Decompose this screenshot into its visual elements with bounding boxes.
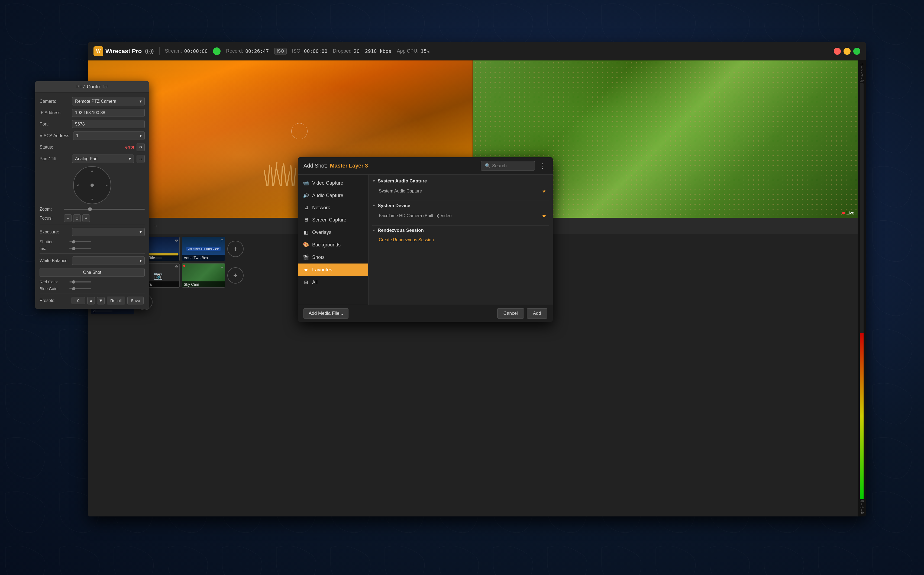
ptz-preset-down[interactable]: ▼: [97, 297, 105, 305]
audio-capture-icon: 🔊: [303, 192, 309, 199]
ptz-focus-box[interactable]: □: [73, 214, 81, 222]
ptz-body: Camera: Remote PTZ Camera ▾ IP Address: …: [35, 93, 149, 309]
item-system-audio-capture[interactable]: System Audio Capture ★: [372, 186, 549, 196]
ptz-exposure-select[interactable]: ▾: [72, 228, 145, 236]
ptz-arrow-down: ▼: [90, 198, 94, 202]
ptz-arrow-up: ▲: [90, 169, 94, 173]
ptz-wb-label: White Balance:: [40, 258, 70, 263]
chevron-down-icon: ▾: [129, 156, 131, 161]
live-label: Live: [842, 211, 854, 216]
ptz-ip-input[interactable]: 192.168.100.88: [72, 109, 145, 117]
shot-gear-icon[interactable]: ⚙: [220, 265, 224, 269]
close-button[interactable]: [834, 48, 841, 55]
favorites-icon: ★: [303, 267, 309, 273]
sidebar-item-audio-capture[interactable]: 🔊 Audio Capture: [298, 189, 368, 202]
sidebar-item-screen-capture[interactable]: 🖥 Screen Capture: [298, 214, 368, 226]
shot-gear-icon[interactable]: ⚙: [175, 238, 178, 242]
network-icon: 🖥: [303, 205, 309, 211]
ptz-zoom-slider[interactable]: [64, 209, 145, 210]
group-arrow: ▼: [372, 204, 376, 208]
ptz-presets-input[interactable]: 0: [71, 297, 85, 304]
cancel-button[interactable]: Cancel: [497, 308, 524, 319]
group-arrow: ▼: [372, 229, 376, 232]
shot-gear-icon[interactable]: ⚙: [220, 238, 224, 242]
ptz-joystick[interactable]: ▲ ▼ ◄ ►: [73, 166, 111, 204]
ptz-shutter-row: Shutter:: [40, 239, 145, 244]
ptz-refresh-button[interactable]: ↻: [136, 143, 145, 151]
ptz-blue-gain-label: Blue Gain:: [40, 286, 70, 291]
add-button[interactable]: Add: [527, 308, 547, 319]
ptz-focus-minus[interactable]: −: [64, 214, 71, 222]
sidebar-item-shots[interactable]: 🎬 Shots: [298, 251, 368, 264]
ptz-wb-select[interactable]: ▾: [72, 256, 145, 265]
ptz-focus-plus[interactable]: +: [82, 214, 90, 222]
ptz-title-bar: PTZ Controller: [35, 81, 149, 93]
maximize-button[interactable]: [853, 48, 860, 55]
shot-aqua-twobox[interactable]: Live from the People's March Aqua Two Bo…: [182, 237, 225, 261]
app-name: Wirecast Pro: [105, 48, 142, 55]
ptz-red-gain-slider[interactable]: [70, 281, 91, 283]
ptz-recall-button[interactable]: Recall: [107, 297, 125, 305]
wifi-icon: ((·)): [145, 48, 154, 54]
add-media-file-button[interactable]: Add Media File...: [303, 308, 349, 319]
ptz-save-button[interactable]: Save: [127, 297, 144, 305]
sidebar-item-all[interactable]: ⊞ All: [298, 276, 368, 288]
chevron-down-icon: ▾: [139, 229, 142, 235]
ptz-title: PTZ Controller: [76, 84, 108, 90]
ptz-joystick-dot: [90, 184, 94, 187]
overlays-icon: ◧: [303, 229, 309, 235]
ptz-zoom-row: Zoom:: [40, 207, 145, 212]
chevron-down-icon: ▾: [139, 98, 142, 104]
dialog-more-button[interactable]: ⋮: [537, 162, 547, 170]
dialog-footer: Add Media File... Cancel Add: [298, 305, 553, 322]
ptz-shutter-thumb: [72, 240, 75, 243]
ptz-preset-up[interactable]: ▲: [87, 297, 95, 305]
ptz-ip-row: IP Address: 192.168.100.88: [40, 109, 145, 117]
ptz-port-input[interactable]: 5678: [72, 120, 145, 128]
ptz-arrow-left: ◄: [76, 183, 79, 187]
add-shot-button-row2[interactable]: +: [227, 267, 244, 284]
star-facetime[interactable]: ★: [542, 213, 546, 219]
ptz-panel: PTZ Controller Camera: Remote PTZ Camera…: [35, 81, 149, 309]
ptz-red-gain-label: Red Gain:: [40, 280, 70, 284]
sidebar-item-network[interactable]: 🖥 Network: [298, 202, 368, 214]
ptz-camera-select[interactable]: Remote PTZ Camera ▾: [72, 97, 145, 105]
item-create-rendezvous[interactable]: Create Rendezvous Session: [372, 235, 549, 245]
ptz-iris-slider[interactable]: [70, 248, 91, 249]
star-system-audio[interactable]: ★: [542, 188, 546, 194]
dialog-layer-name: Master Layer 3: [330, 163, 368, 169]
ptz-home-button[interactable]: ⌂: [136, 155, 145, 163]
ptz-red-gain-thumb: [72, 280, 75, 284]
ptz-blue-gain-thumb: [72, 287, 75, 290]
sidebar-item-overlays[interactable]: ◧ Overlays: [298, 226, 368, 238]
one-shot-container: One Shot: [40, 268, 145, 277]
section-sep-3: [40, 294, 145, 294]
ptz-presets-row: Presets: 0 ▲ ▼ Recall Save: [40, 297, 145, 305]
shot-sky-cam[interactable]: Sky Cam ⚙: [182, 263, 225, 288]
ptz-iris-thumb: [72, 247, 75, 250]
ptz-blue-gain-slider[interactable]: [70, 288, 91, 289]
ptz-shutter-slider[interactable]: [70, 241, 91, 242]
iso-stat: ISO: 00:00:00: [292, 48, 328, 54]
ptz-joystick-area: ▲ ▼ ◄ ►: [40, 166, 145, 204]
ptz-pan-tilt-select[interactable]: Analog Pad ▾: [72, 154, 134, 163]
shot-gear-icon[interactable]: ⚙: [175, 265, 178, 269]
dialog-search[interactable]: 🔍 Search: [481, 161, 535, 170]
sidebar-item-favorites[interactable]: ★ Favorites: [298, 264, 368, 276]
group-header-rendezvous: ▼ Rendezvous Session: [372, 228, 549, 233]
ptz-visca-select[interactable]: 1 ▾: [73, 132, 145, 140]
all-icon: ⊞: [303, 279, 309, 285]
dialog-body: 📹 Video Capture 🔊 Audio Capture 🖥 Networ…: [298, 175, 553, 305]
group-system-audio-capture: ▼ System Audio Capture System Audio Capt…: [372, 178, 549, 196]
minimize-button[interactable]: [843, 48, 851, 55]
ptz-zoom-label: Zoom:: [40, 207, 61, 212]
sidebar-item-backgrounds[interactable]: 🎨 Backgrounds: [298, 238, 368, 251]
one-shot-button[interactable]: One Shot: [40, 268, 145, 277]
add-shot-button-row1[interactable]: +: [227, 241, 244, 257]
ptz-status-value: error: [125, 145, 135, 150]
sidebar-item-video-capture[interactable]: 📹 Video Capture: [298, 177, 368, 189]
item-facetime-camera[interactable]: FaceTime HD Camera (Built-in) Video ★: [372, 211, 549, 221]
dialog-header: Add Shot: Master Layer 3 🔍 Search ⋮: [298, 157, 553, 175]
section-sep: [40, 225, 145, 225]
video-capture-icon: 📹: [303, 180, 309, 186]
